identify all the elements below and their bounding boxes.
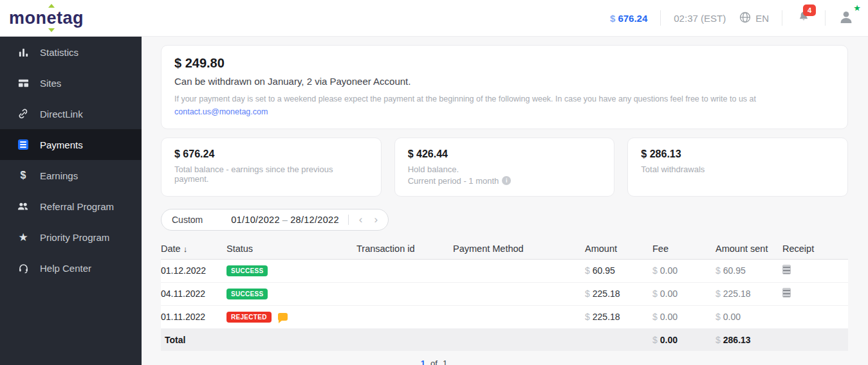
- cell-date: 04.11.2022: [161, 289, 226, 299]
- date-range-value[interactable]: 01/10/2022–28/12/2022: [231, 215, 339, 225]
- total-amount-sent: $286.13: [716, 335, 782, 345]
- table-row: 04.11.2022 SUCCESS $225.18 $0.00 $225.18: [161, 283, 848, 306]
- sidebar-item-label: Sites: [40, 78, 61, 89]
- status-badge: SUCCESS: [226, 265, 268, 276]
- cell-amount: $225.18: [585, 312, 652, 322]
- balance-value: 676.24: [618, 13, 647, 24]
- cell-amount-sent: $0.00: [716, 312, 782, 322]
- notifications-button[interactable]: 4: [795, 10, 812, 26]
- date-filter-mode[interactable]: Custom: [172, 215, 203, 225]
- language-label: EN: [755, 13, 769, 24]
- withdrawable-subtitle: Can be withdrawn on January, 2 via Payon…: [174, 76, 835, 87]
- sidebar-item-earnings[interactable]: $ Earnings: [0, 160, 142, 191]
- balance-currency: $: [610, 13, 615, 24]
- hold-period-description: Current period - 1 month: [408, 176, 499, 186]
- column-transaction-id: Transaction id: [356, 244, 453, 254]
- total-fee: $0.00: [652, 335, 716, 345]
- receipt-icon[interactable]: [782, 265, 791, 274]
- column-payment-method: Payment Method: [453, 244, 585, 254]
- pagination-total-pages: 1: [443, 359, 447, 365]
- sidebar-item-label: Statistics: [40, 47, 78, 58]
- hold-balance-card: $ 426.44 Hold balance. Current period - …: [394, 138, 615, 197]
- receipt-icon[interactable]: [782, 288, 791, 298]
- sidebar-item-directlink[interactable]: DirectLink: [0, 98, 142, 129]
- column-status: Status: [226, 244, 356, 254]
- document-icon: [17, 139, 29, 150]
- sidebar-item-label: DirectLink: [40, 109, 83, 120]
- hold-balance-amount: $ 426.44: [408, 148, 602, 160]
- pagination[interactable]: 1 of 1: [421, 359, 447, 365]
- table-header-row: Date↓ Status Transaction id Payment Meth…: [161, 239, 848, 260]
- sidebar-item-statistics[interactable]: Statistics: [0, 37, 142, 67]
- people-icon: [17, 200, 29, 212]
- total-balance-description: Total balance - earnings since the previ…: [174, 165, 368, 184]
- main-content: $ 249.80 Can be withdrawn on January, 2 …: [142, 36, 868, 365]
- sidebar-item-label: Earnings: [40, 170, 78, 181]
- total-balance-amount: $ 676.24: [174, 148, 368, 160]
- headset-icon: [17, 262, 29, 274]
- sort-desc-icon[interactable]: ↓: [183, 244, 188, 254]
- sidebar-item-referral-program[interactable]: Referral Program: [0, 191, 142, 222]
- next-period-button[interactable]: ›: [373, 214, 379, 225]
- withdrawable-balance-card: $ 249.80 Can be withdrawn on January, 2 …: [161, 45, 848, 129]
- column-fee: Fee: [652, 244, 716, 254]
- total-withdrawals-description: Total withdrawals: [641, 165, 835, 174]
- sidebar-item-sites[interactable]: Sites: [0, 67, 142, 98]
- summary-cards-row: $ 676.24 Total balance - earnings since …: [161, 138, 848, 197]
- column-receipt: Receipt: [782, 244, 848, 254]
- sidebar-item-payments[interactable]: Payments: [0, 129, 142, 160]
- contact-email-link[interactable]: contact.us@monetag.com: [174, 107, 268, 116]
- column-amount-sent: Amount sent: [716, 244, 782, 254]
- star-icon: ★: [17, 231, 29, 243]
- divider: [782, 10, 782, 26]
- cell-amount-sent: $225.18: [716, 289, 782, 299]
- sidebar-item-label: Help Center: [40, 263, 91, 274]
- sidebar-item-label: Referral Program: [40, 201, 114, 212]
- date-range-filter[interactable]: Custom 01/10/2022–28/12/2022 ‹ ›: [161, 209, 389, 231]
- language-selector[interactable]: EN: [739, 11, 769, 26]
- divider: [660, 10, 661, 26]
- sidebar-item-priority-program[interactable]: ★ Priority Program: [0, 222, 142, 253]
- bar-chart-icon: [17, 46, 29, 58]
- date-range-separator: –: [282, 215, 288, 225]
- column-date[interactable]: Date↓: [161, 244, 226, 254]
- cell-amount: $225.18: [585, 289, 652, 299]
- cell-date: 01.11.2022: [161, 312, 226, 322]
- sidebar-item-label: Priority Program: [40, 232, 109, 243]
- prev-period-button[interactable]: ‹: [358, 214, 364, 225]
- total-withdrawals-amount: $ 286.13: [641, 148, 835, 160]
- payment-note: If your payment day is set to a weekend …: [174, 93, 835, 105]
- column-amount: Amount: [585, 244, 652, 254]
- hold-balance-description: Hold balance.: [408, 165, 602, 174]
- cell-amount: $60.95: [585, 265, 652, 276]
- top-header: monetag $676.24 02:37 (EST) EN 4 ★: [0, 0, 868, 36]
- priority-star-icon: ★: [853, 4, 861, 12]
- cell-date: 01.12.2022: [161, 265, 226, 276]
- withdrawable-amount: $ 249.80: [174, 56, 835, 71]
- logo-text-pre: mon: [9, 8, 47, 28]
- sidebar-nav: Statistics Sites DirectLink Payments $ E…: [0, 36, 142, 365]
- payments-table: Date↓ Status Transaction id Payment Meth…: [161, 239, 848, 351]
- total-withdrawals-card: $ 286.13 Total withdrawals: [627, 138, 848, 197]
- pagination-current-page[interactable]: 1: [421, 359, 425, 365]
- logo-text-post: tag: [57, 8, 84, 28]
- user-icon: [838, 16, 854, 27]
- cell-fee: $0.00: [652, 312, 716, 322]
- pagination-of-label: of: [430, 359, 438, 365]
- divider: [825, 10, 826, 26]
- monetag-logo[interactable]: monetag: [9, 8, 84, 28]
- total-label: Total: [161, 335, 226, 345]
- sidebar-item-help-center[interactable]: Help Center: [0, 253, 142, 283]
- status-badge: REJECTED: [226, 312, 272, 323]
- date-range-end: 28/12/2022: [290, 215, 339, 225]
- logo-accent-letter: e: [47, 8, 57, 28]
- account-menu-button[interactable]: ★: [838, 10, 856, 26]
- table-row: 01.11.2022 REJECTED $225.18 $0.00 $0.00: [161, 306, 848, 329]
- info-icon[interactable]: i: [502, 176, 511, 185]
- cell-fee: $0.00: [652, 289, 716, 299]
- comment-icon[interactable]: [278, 313, 288, 321]
- status-badge: SUCCESS: [226, 289, 268, 299]
- notification-count-badge: 4: [803, 4, 816, 16]
- date-range-start: 01/10/2022: [231, 215, 280, 225]
- header-balance[interactable]: $676.24: [610, 13, 647, 24]
